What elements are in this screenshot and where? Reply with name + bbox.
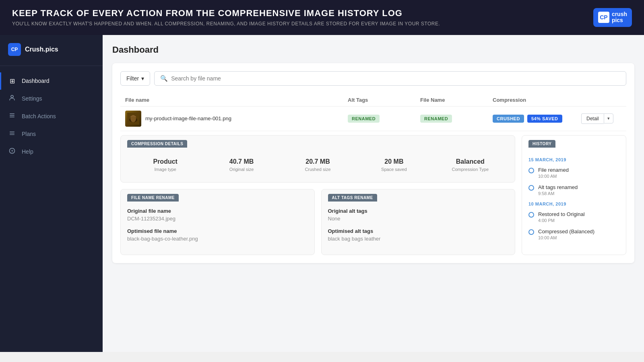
search-input[interactable] [171, 75, 620, 82]
detail-arrow-button[interactable]: ▾ [604, 113, 613, 123]
file-cell: my-product-image-file-name-001.png [125, 111, 348, 127]
saved-badge: 54% SAVED [527, 115, 562, 123]
file-name-badge-cell: RENAMED [420, 115, 493, 123]
original-alt-tags-label: Original alt tags [328, 208, 509, 214]
compression-badge-cell: CRUSHED 54% SAVED [493, 115, 581, 123]
table-header: File name Alt Tags File Name Compression [120, 94, 626, 107]
detail-btn: Detail ▾ [581, 113, 621, 124]
history-item-alt-tags-renamed: Alt tags renamed 9:58 AM [528, 184, 619, 196]
compression-details-card: COMPRESSION DETAILS Product Image type 4… [120, 135, 515, 183]
sidebar-item-settings[interactable]: Settings [0, 90, 103, 107]
filter-button[interactable]: Filter ▾ [120, 71, 150, 86]
alt-tags-rename-header: ALT TAGS RENAME [322, 189, 515, 202]
rename-sections: FILE NAME RENAME Original file name DCM-… [120, 189, 515, 255]
svg-rect-4 [10, 132, 14, 132]
history-dot-1 [528, 168, 534, 173]
svg-rect-6 [10, 134, 14, 135]
history-event-text-1: File renamed [538, 167, 569, 173]
filter-row: Filter ▾ 🔍 [120, 71, 626, 86]
svg-point-0 [11, 95, 13, 98]
sidebar-label-settings: Settings [22, 95, 42, 102]
sidebar-label-batch-actions: Batch Actions [22, 113, 56, 119]
optimised-file-name-label: Optimised file name [127, 228, 308, 234]
svg-rect-1 [10, 113, 14, 114]
stat-image-type-label: Image type [131, 167, 199, 172]
history-item-compressed: Compressed (Balanced) 10:00 AM [528, 228, 619, 240]
plans-icon [8, 130, 16, 138]
banner-title: KEEP TRACK OF EVERY ACTION FROM THE COMP… [12, 8, 440, 19]
sidebar-label-plans: Plans [22, 131, 36, 137]
compression-section-tag: COMPRESSION DETAILS [127, 140, 187, 148]
stat-compression-type-value: Balanced [436, 158, 504, 165]
history-event-restored: Restored to Original 4:00 PM [538, 211, 585, 223]
top-banner: KEEP TRACK OF EVERY ACTION FROM THE COMP… [0, 0, 644, 35]
col-file-name: File Name [420, 97, 493, 103]
expanded-row: COMPRESSION DETAILS Product Image type 4… [120, 135, 626, 255]
history-event-alt-tags-renamed: Alt tags renamed 9:58 AM [538, 184, 578, 196]
user-icon [8, 95, 16, 103]
svg-rect-5 [10, 133, 14, 133]
history-header: HISTORY [522, 136, 626, 148]
history-dot-4 [528, 229, 534, 235]
sidebar-item-dashboard[interactable]: ⊞ Dashboard [0, 72, 103, 90]
file-name-rename-tag: FILE NAME RENAME [127, 194, 179, 202]
stat-crushed-size-value: 20.7 MB [284, 158, 352, 165]
alt-tags-rename-body: Original alt tags None Optimised alt tag… [322, 202, 515, 255]
banner-subtitle: YOU'LL KNOW EXACTLY WHAT'S HAPPENED AND … [12, 21, 440, 27]
banner-text: KEEP TRACK OF EVERY ACTION FROM THE COMP… [12, 8, 440, 27]
svg-text:?: ? [11, 149, 13, 153]
logo-box: CP crushpics [593, 8, 632, 27]
svg-rect-3 [10, 117, 14, 117]
stat-image-type: Product Image type [127, 154, 203, 176]
stat-image-type-value: Product [131, 158, 199, 165]
file-thumbnail [125, 111, 141, 127]
compression-stats: Product Image type 40.7 MB Original size… [121, 148, 515, 182]
page-title: Dashboard [112, 45, 634, 55]
history-item-restored: Restored to Original 4:00 PM [528, 211, 619, 223]
file-name-text: my-product-image-file-name-001.png [145, 115, 231, 121]
sidebar: CP Crush.pics ⊞ Dashboard Settings [0, 35, 103, 352]
svg-rect-2 [10, 115, 14, 116]
col-alt-tags: Alt Tags [348, 97, 420, 103]
history-time-3: 4:00 PM [538, 218, 585, 223]
sidebar-label-help: Help [22, 148, 33, 155]
logo-text: crushpics [612, 11, 627, 24]
original-file-name-value: DCM-11235234.jpeg [127, 216, 308, 222]
main-layout: CP Crush.pics ⊞ Dashboard Settings [0, 35, 644, 352]
stat-crushed-size-label: Crushed size [284, 167, 352, 172]
sidebar-item-help[interactable]: ? Help [0, 143, 103, 160]
optimised-file-name-value: black-bag-bags-co-leather.png [127, 236, 308, 242]
stat-crushed-size: 20.7 MB Crushed size [280, 154, 356, 176]
original-file-name-field: Original file name DCM-11235234.jpeg [127, 208, 308, 222]
sidebar-label-dashboard: Dashboard [22, 78, 50, 84]
history-tag: HISTORY [528, 140, 555, 148]
alt-tags-badge: RENAMED [348, 115, 380, 123]
file-name-rename-header: FILE NAME RENAME [121, 189, 314, 202]
compression-section-header: COMPRESSION DETAILS [121, 136, 515, 148]
optimised-alt-tags-field: Optimised alt tags black bag bags leathe… [328, 228, 509, 242]
original-alt-tags-field: Original alt tags None [328, 208, 509, 222]
sidebar-nav: ⊞ Dashboard Settings [0, 66, 103, 167]
compression-and-rename: COMPRESSION DETAILS Product Image type 4… [120, 135, 515, 255]
history-event-text-4: Compressed (Balanced) [538, 228, 594, 234]
sidebar-item-plans[interactable]: Plans [0, 125, 103, 143]
history-time-2: 9:58 AM [538, 191, 578, 196]
history-body: 15 MARCH, 2019 File renamed 10:00 AM A [522, 148, 626, 252]
optimised-file-name-field: Optimised file name black-bag-bags-co-le… [127, 228, 308, 242]
batch-icon [8, 112, 16, 120]
history-event-file-renamed: File renamed 10:00 AM [538, 167, 569, 179]
sidebar-brand: Crush.pics [25, 46, 58, 53]
content-area: Dashboard Filter ▾ 🔍 File name Alt Tags … [103, 35, 644, 352]
logo-icon: CP [598, 12, 609, 23]
alt-tags-badge-cell: RENAMED [348, 115, 420, 123]
sidebar-logo-icon: CP [8, 43, 21, 56]
detail-main-button[interactable]: Detail [581, 113, 604, 124]
dashboard-card: Filter ▾ 🔍 File name Alt Tags File Name … [112, 63, 634, 263]
alt-tags-rename-card: ALT TAGS RENAME Original alt tags None O… [321, 189, 516, 255]
home-icon: ⊞ [8, 77, 16, 85]
sidebar-item-batch-actions[interactable]: Batch Actions [0, 107, 103, 125]
filter-label: Filter [126, 75, 139, 82]
stat-space-saved-value: 20 MB [360, 158, 428, 165]
history-time-4: 10:00 AM [538, 235, 594, 240]
alt-tags-rename-tag: ALT TAGS RENAME [328, 194, 377, 202]
